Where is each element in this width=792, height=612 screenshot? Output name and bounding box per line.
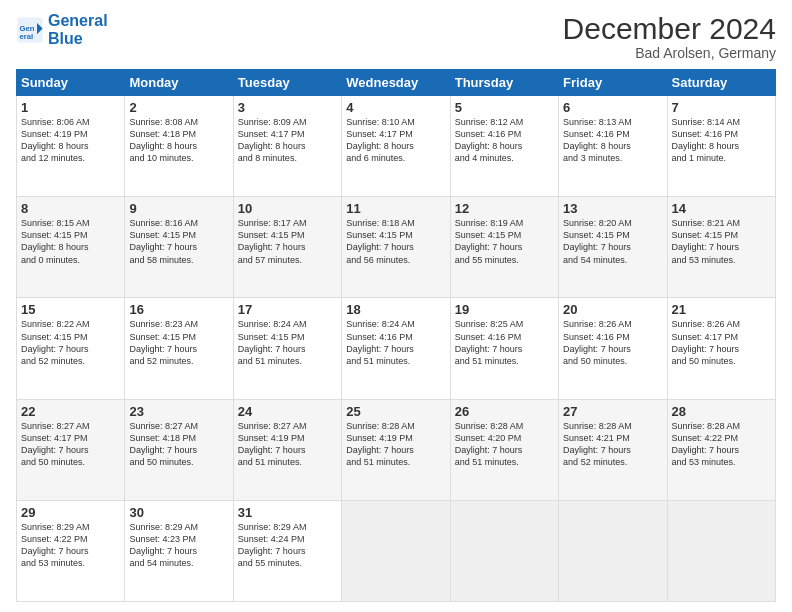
daylight-line: and 54 minutes. bbox=[129, 558, 193, 568]
daylight-line: and 52 minutes. bbox=[129, 356, 193, 366]
weekday-header-row: SundayMondayTuesdayWednesdayThursdayFrid… bbox=[17, 70, 776, 96]
daylight-line: and 51 minutes. bbox=[346, 457, 410, 467]
weekday-header-sunday: Sunday bbox=[17, 70, 125, 96]
daylight-line: and 53 minutes. bbox=[672, 255, 736, 265]
cell-details: Sunrise: 8:20 AMSunset: 4:15 PMDaylight:… bbox=[563, 217, 662, 266]
calendar-cell: 12Sunrise: 8:19 AMSunset: 4:15 PMDayligh… bbox=[450, 197, 558, 298]
sunset-line: Sunset: 4:16 PM bbox=[346, 332, 413, 342]
calendar-cell: 2Sunrise: 8:08 AMSunset: 4:18 PMDaylight… bbox=[125, 96, 233, 197]
cell-details: Sunrise: 8:13 AMSunset: 4:16 PMDaylight:… bbox=[563, 116, 662, 165]
cell-details: Sunrise: 8:08 AMSunset: 4:18 PMDaylight:… bbox=[129, 116, 228, 165]
daylight-line: Daylight: 7 hours bbox=[455, 242, 523, 252]
sunset-line: Sunset: 4:19 PM bbox=[238, 433, 305, 443]
cell-details: Sunrise: 8:10 AMSunset: 4:17 PMDaylight:… bbox=[346, 116, 445, 165]
daylight-line: Daylight: 8 hours bbox=[21, 141, 89, 151]
day-number: 3 bbox=[238, 100, 337, 115]
calendar-cell: 3Sunrise: 8:09 AMSunset: 4:17 PMDaylight… bbox=[233, 96, 341, 197]
sunrise-line: Sunrise: 8:29 AM bbox=[129, 522, 198, 532]
calendar-cell: 28Sunrise: 8:28 AMSunset: 4:22 PMDayligh… bbox=[667, 399, 775, 500]
day-number: 1 bbox=[21, 100, 120, 115]
daylight-line: and 4 minutes. bbox=[455, 153, 514, 163]
cell-details: Sunrise: 8:09 AMSunset: 4:17 PMDaylight:… bbox=[238, 116, 337, 165]
day-number: 16 bbox=[129, 302, 228, 317]
daylight-line: and 1 minute. bbox=[672, 153, 727, 163]
logo: Gen eral General Blue bbox=[16, 12, 108, 47]
day-number: 29 bbox=[21, 505, 120, 520]
calendar-cell: 5Sunrise: 8:12 AMSunset: 4:16 PMDaylight… bbox=[450, 96, 558, 197]
daylight-line: and 58 minutes. bbox=[129, 255, 193, 265]
daylight-line: Daylight: 7 hours bbox=[563, 242, 631, 252]
daylight-line: and 50 minutes. bbox=[129, 457, 193, 467]
daylight-line: Daylight: 7 hours bbox=[346, 344, 414, 354]
daylight-line: Daylight: 7 hours bbox=[238, 445, 306, 455]
calendar-cell: 16Sunrise: 8:23 AMSunset: 4:15 PMDayligh… bbox=[125, 298, 233, 399]
daylight-line: Daylight: 8 hours bbox=[129, 141, 197, 151]
cell-details: Sunrise: 8:16 AMSunset: 4:15 PMDaylight:… bbox=[129, 217, 228, 266]
sunset-line: Sunset: 4:15 PM bbox=[455, 230, 522, 240]
calendar-cell bbox=[450, 500, 558, 601]
calendar-cell: 6Sunrise: 8:13 AMSunset: 4:16 PMDaylight… bbox=[559, 96, 667, 197]
sunrise-line: Sunrise: 8:19 AM bbox=[455, 218, 524, 228]
weekday-header-monday: Monday bbox=[125, 70, 233, 96]
day-number: 19 bbox=[455, 302, 554, 317]
calendar-cell: 22Sunrise: 8:27 AMSunset: 4:17 PMDayligh… bbox=[17, 399, 125, 500]
header: Gen eral General Blue December 2024 Bad … bbox=[16, 12, 776, 61]
weekday-header-friday: Friday bbox=[559, 70, 667, 96]
daylight-line: and 51 minutes. bbox=[238, 356, 302, 366]
calendar-cell: 10Sunrise: 8:17 AMSunset: 4:15 PMDayligh… bbox=[233, 197, 341, 298]
daylight-line: and 52 minutes. bbox=[21, 356, 85, 366]
sunset-line: Sunset: 4:16 PM bbox=[455, 332, 522, 342]
cell-details: Sunrise: 8:24 AMSunset: 4:15 PMDaylight:… bbox=[238, 318, 337, 367]
daylight-line: and 0 minutes. bbox=[21, 255, 80, 265]
sunrise-line: Sunrise: 8:24 AM bbox=[346, 319, 415, 329]
sunrise-line: Sunrise: 8:12 AM bbox=[455, 117, 524, 127]
sunrise-line: Sunrise: 8:27 AM bbox=[238, 421, 307, 431]
sunrise-line: Sunrise: 8:06 AM bbox=[21, 117, 90, 127]
cell-details: Sunrise: 8:28 AMSunset: 4:20 PMDaylight:… bbox=[455, 420, 554, 469]
daylight-line: and 55 minutes. bbox=[455, 255, 519, 265]
sunrise-line: Sunrise: 8:29 AM bbox=[21, 522, 90, 532]
daylight-line: Daylight: 7 hours bbox=[129, 344, 197, 354]
sunrise-line: Sunrise: 8:17 AM bbox=[238, 218, 307, 228]
month-title: December 2024 bbox=[563, 12, 776, 45]
daylight-line: Daylight: 7 hours bbox=[563, 344, 631, 354]
sunset-line: Sunset: 4:15 PM bbox=[21, 332, 88, 342]
daylight-line: and 6 minutes. bbox=[346, 153, 405, 163]
daylight-line: and 51 minutes. bbox=[238, 457, 302, 467]
calendar-cell: 24Sunrise: 8:27 AMSunset: 4:19 PMDayligh… bbox=[233, 399, 341, 500]
calendar-week-3: 15Sunrise: 8:22 AMSunset: 4:15 PMDayligh… bbox=[17, 298, 776, 399]
calendar-cell: 30Sunrise: 8:29 AMSunset: 4:23 PMDayligh… bbox=[125, 500, 233, 601]
weekday-header-saturday: Saturday bbox=[667, 70, 775, 96]
sunset-line: Sunset: 4:15 PM bbox=[21, 230, 88, 240]
weekday-header-wednesday: Wednesday bbox=[342, 70, 450, 96]
sunset-line: Sunset: 4:15 PM bbox=[238, 332, 305, 342]
sunrise-line: Sunrise: 8:08 AM bbox=[129, 117, 198, 127]
weekday-header-thursday: Thursday bbox=[450, 70, 558, 96]
calendar-cell: 8Sunrise: 8:15 AMSunset: 4:15 PMDaylight… bbox=[17, 197, 125, 298]
svg-text:eral: eral bbox=[20, 32, 34, 41]
daylight-line: Daylight: 7 hours bbox=[563, 445, 631, 455]
sunset-line: Sunset: 4:17 PM bbox=[21, 433, 88, 443]
daylight-line: Daylight: 7 hours bbox=[238, 242, 306, 252]
daylight-line: and 3 minutes. bbox=[563, 153, 622, 163]
cell-details: Sunrise: 8:25 AMSunset: 4:16 PMDaylight:… bbox=[455, 318, 554, 367]
logo-line2: Blue bbox=[48, 30, 83, 47]
day-number: 6 bbox=[563, 100, 662, 115]
day-number: 10 bbox=[238, 201, 337, 216]
cell-details: Sunrise: 8:21 AMSunset: 4:15 PMDaylight:… bbox=[672, 217, 771, 266]
cell-details: Sunrise: 8:29 AMSunset: 4:23 PMDaylight:… bbox=[129, 521, 228, 570]
sunset-line: Sunset: 4:21 PM bbox=[563, 433, 630, 443]
cell-details: Sunrise: 8:06 AMSunset: 4:19 PMDaylight:… bbox=[21, 116, 120, 165]
daylight-line: Daylight: 8 hours bbox=[455, 141, 523, 151]
cell-details: Sunrise: 8:23 AMSunset: 4:15 PMDaylight:… bbox=[129, 318, 228, 367]
day-number: 18 bbox=[346, 302, 445, 317]
daylight-line: and 52 minutes. bbox=[563, 457, 627, 467]
sunrise-line: Sunrise: 8:28 AM bbox=[563, 421, 632, 431]
calendar-week-2: 8Sunrise: 8:15 AMSunset: 4:15 PMDaylight… bbox=[17, 197, 776, 298]
sunrise-line: Sunrise: 8:10 AM bbox=[346, 117, 415, 127]
daylight-line: and 51 minutes. bbox=[455, 356, 519, 366]
sunrise-line: Sunrise: 8:23 AM bbox=[129, 319, 198, 329]
calendar-cell: 27Sunrise: 8:28 AMSunset: 4:21 PMDayligh… bbox=[559, 399, 667, 500]
daylight-line: Daylight: 7 hours bbox=[238, 344, 306, 354]
day-number: 21 bbox=[672, 302, 771, 317]
